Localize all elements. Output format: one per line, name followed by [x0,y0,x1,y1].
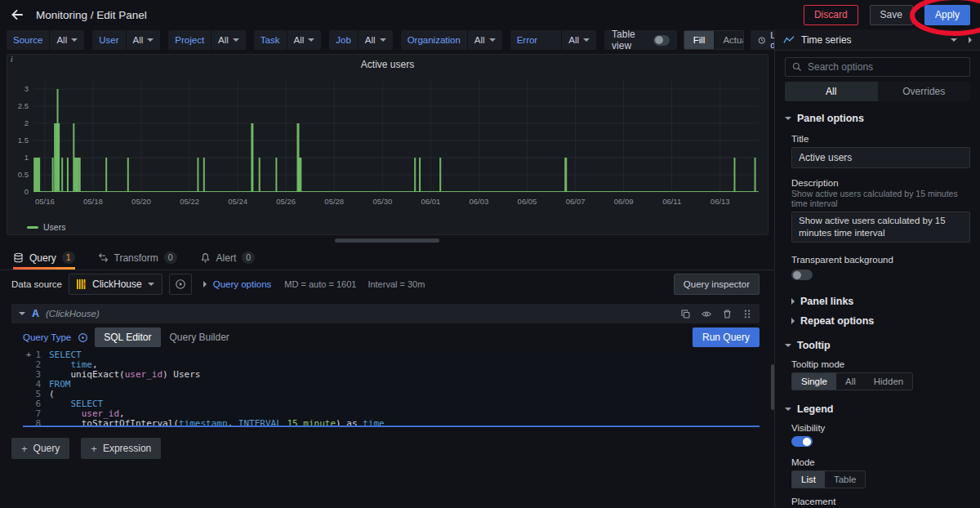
filter-label[interactable]: Job [329,30,358,50]
sql-line[interactable]: +1SELECT [23,350,760,360]
trash-icon[interactable] [722,309,733,319]
tab-overrides[interactable]: Overrides [878,82,971,101]
filter-label[interactable]: User [92,30,125,50]
tab-transform[interactable]: Transform 0 [98,246,177,270]
legend-mode-table[interactable]: Table [825,471,866,488]
description-field: Description Show active users calculated… [791,178,970,245]
table-view-control: Table view [604,30,677,50]
top-header: Monitoring / Edit Panel Discard Save App… [0,0,980,29]
tab-query[interactable]: Query 1 [13,246,75,270]
duplicate-icon[interactable] [680,309,691,319]
filter-user: UserAll [92,30,160,50]
tab-query-label: Query [29,252,56,264]
sql-line[interactable]: 5( [23,390,760,399]
options-pane: All Overrides Panel options Title Descri… [775,51,980,508]
sql-editor-tab[interactable]: SQL Editor [95,328,160,347]
section-panel-links[interactable]: Panel links [791,296,970,307]
legend-mode-list[interactable]: List [792,471,825,488]
time-series-chart[interactable]: 00.511.522.5305/1605/1805/2005/2205/2405… [9,71,764,216]
filter-value: All [133,35,144,45]
filter-value-dropdown[interactable]: All [287,30,322,50]
filter-value-dropdown[interactable]: All [212,30,246,50]
panel-title-input[interactable] [791,147,970,168]
collapse-caret-icon[interactable] [19,312,25,315]
add-query-button[interactable]: +Query [11,438,69,459]
options-sidebar: Time series All Overrides Panel options … [774,29,980,508]
description-label: Description [791,178,970,188]
table-view-toggle[interactable] [653,35,670,46]
filter-label[interactable]: Project [168,30,211,50]
section-legend[interactable]: Legend [785,403,970,415]
title-field: Title [791,134,970,168]
search-input[interactable] [808,61,963,73]
tooltip-mode-single[interactable]: Single [792,373,836,390]
collapse-pane-icon[interactable] [969,37,972,43]
section-repeat-options[interactable]: Repeat options [791,315,970,327]
panel-description-textarea[interactable]: Show active users calculated by 15 minut… [791,212,970,243]
tab-alert[interactable]: Alert 0 [200,246,256,270]
sql-line[interactable]: 8 toStartOfInterval(timestamp, INTERVAL … [23,419,760,427]
query-inspector-button[interactable]: Query inspector [674,274,760,295]
discard-button[interactable]: Discard [804,5,858,25]
chart-legend[interactable]: Users [27,222,65,232]
save-button[interactable]: Save [870,5,913,25]
filter-label[interactable]: Source [7,30,49,50]
filter-label[interactable]: Organization [401,30,467,50]
chevron-down-icon [233,38,239,42]
svg-text:05/18: 05/18 [83,197,103,206]
chevron-right-icon[interactable] [203,281,207,287]
query-builder-tab[interactable]: Query Builder [161,328,238,347]
eye-icon[interactable] [701,309,712,319]
run-query-button[interactable]: Run Query [693,328,760,347]
bell-icon [200,252,211,263]
sql-line[interactable]: 6 SELECT [23,399,760,409]
section-tooltip[interactable]: Tooltip [785,340,970,351]
datasource-picker[interactable]: ClickHouse [69,274,163,295]
filter-value-dropdown[interactable]: All [468,30,502,50]
legend-placement-label: Placement [791,497,970,506]
add-line-icon: + [23,350,34,360]
options-search[interactable] [785,57,970,77]
sql-line[interactable]: 4FROM [23,380,760,390]
apply-button[interactable]: Apply [924,5,970,25]
search-icon [792,62,802,72]
tooltip-mode-all[interactable]: All [836,373,865,390]
legend-visibility-toggle[interactable] [791,436,813,447]
sql-code-editor[interactable]: +1SELECT2 time,3 uniqExact(user_id) User… [23,350,760,427]
title-label: Title [791,134,970,144]
filter-label[interactable]: Error message [510,30,562,50]
chevron-down-icon[interactable] [951,38,957,42]
query-options-link[interactable]: Query options [213,279,272,289]
datasource-help-button[interactable] [169,274,192,295]
filter-value: All [474,35,485,45]
horizontal-resize-handle[interactable] [335,238,439,243]
tab-transform-label: Transform [114,252,158,264]
chart-panel: i Active users 00.511.522.5305/1605/1805… [7,54,768,235]
tooltip-mode-label: Tooltip mode [791,359,970,369]
actual-button[interactable]: Actual [714,31,743,49]
chevron-down-icon [147,38,154,42]
section-panel-options[interactable]: Panel options [785,113,970,124]
filter-value-dropdown[interactable]: All [562,30,596,50]
transparent-background-toggle[interactable] [791,270,813,280]
back-icon[interactable] [10,7,24,22]
filter-value-dropdown[interactable]: All [127,30,161,50]
filter-value-dropdown[interactable]: All [359,30,393,50]
visualization-picker[interactable]: Time series [775,29,980,51]
drag-handle-icon[interactable] [742,309,752,319]
fill-button[interactable]: Fill [684,31,715,49]
sql-line[interactable]: 3 uniqExact(user_id) Users [23,370,760,380]
visualization-name: Time series [801,34,852,46]
add-expression-button[interactable]: +Expression [81,438,161,459]
editor-tabs: Query 1 Transform 0 Alert 0 [0,246,774,270]
query-row-header[interactable]: A (ClickHouse) [11,304,760,323]
tab-all[interactable]: All [785,82,878,101]
filter-value-dropdown[interactable]: All [50,30,84,50]
sidebar-resize-handle[interactable] [771,364,774,410]
transform-icon [98,252,109,263]
legend-visibility-field: Visibility [791,423,970,449]
svg-text:0.5: 0.5 [18,170,29,179]
filter-label[interactable]: Task [254,30,287,50]
help-circle-icon[interactable] [78,332,88,343]
tooltip-mode-hidden[interactable]: Hidden [865,373,912,390]
